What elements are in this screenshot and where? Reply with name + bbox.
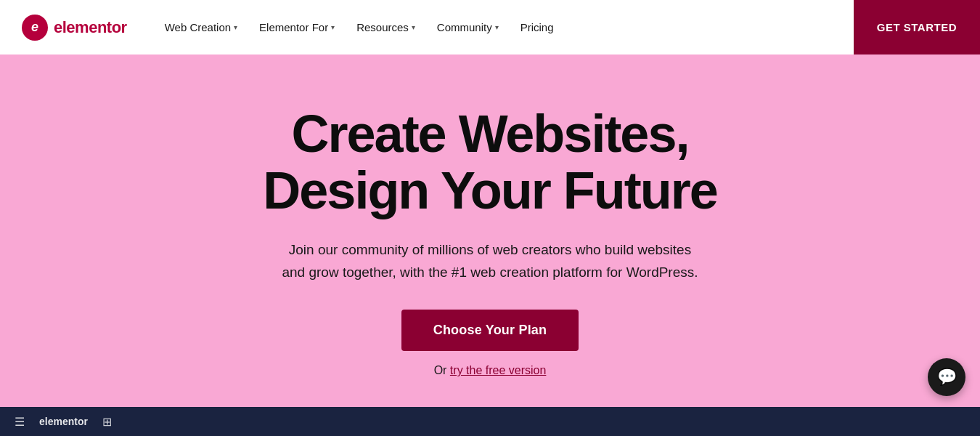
free-version-link[interactable]: try the free version bbox=[450, 364, 547, 376]
logo[interactable]: e elementor bbox=[22, 15, 127, 41]
nav-menu: Web Creation ▾ Elementor For ▾ Resources… bbox=[156, 15, 922, 39]
hero-title: Create Websites, Design Your Future bbox=[263, 106, 716, 219]
chevron-down-icon: ▾ bbox=[331, 23, 335, 31]
hero-section: Create Websites, Design Your Future Join… bbox=[0, 54, 980, 407]
bottom-logo: elementor bbox=[39, 416, 88, 427]
chevron-down-icon: ▾ bbox=[495, 23, 499, 31]
nav-item-elementor-for[interactable]: Elementor For ▾ bbox=[250, 15, 343, 39]
chat-widget[interactable]: 💬 bbox=[928, 358, 965, 396]
choose-plan-button[interactable]: Choose Your Plan bbox=[401, 310, 579, 351]
chat-icon: 💬 bbox=[937, 368, 957, 387]
free-version-text: Or try the free version bbox=[434, 364, 547, 377]
nav-item-community[interactable]: Community ▾ bbox=[428, 15, 507, 39]
hero-subtitle: Join our community of millions of web cr… bbox=[282, 239, 698, 283]
navbar: e elementor Web Creation ▾ Elementor For… bbox=[0, 0, 980, 54]
chevron-down-icon: ▾ bbox=[234, 23, 237, 31]
grid-icon: ⊞ bbox=[102, 415, 112, 429]
logo-icon: e bbox=[22, 15, 48, 41]
chevron-down-icon: ▾ bbox=[412, 23, 415, 31]
nav-item-resources[interactable]: Resources ▾ bbox=[348, 15, 424, 39]
menu-icon: ☰ bbox=[15, 415, 25, 429]
navbar-actions: LOGIN GET STARTED bbox=[922, 21, 958, 33]
nav-item-web-creation[interactable]: Web Creation ▾ bbox=[156, 15, 246, 39]
logo-name: elementor bbox=[54, 18, 127, 37]
get-started-button[interactable]: GET STARTED bbox=[854, 0, 980, 54]
nav-item-pricing[interactable]: Pricing bbox=[512, 15, 563, 39]
bottom-bar: ☰ elementor ⊞ bbox=[0, 407, 980, 436]
